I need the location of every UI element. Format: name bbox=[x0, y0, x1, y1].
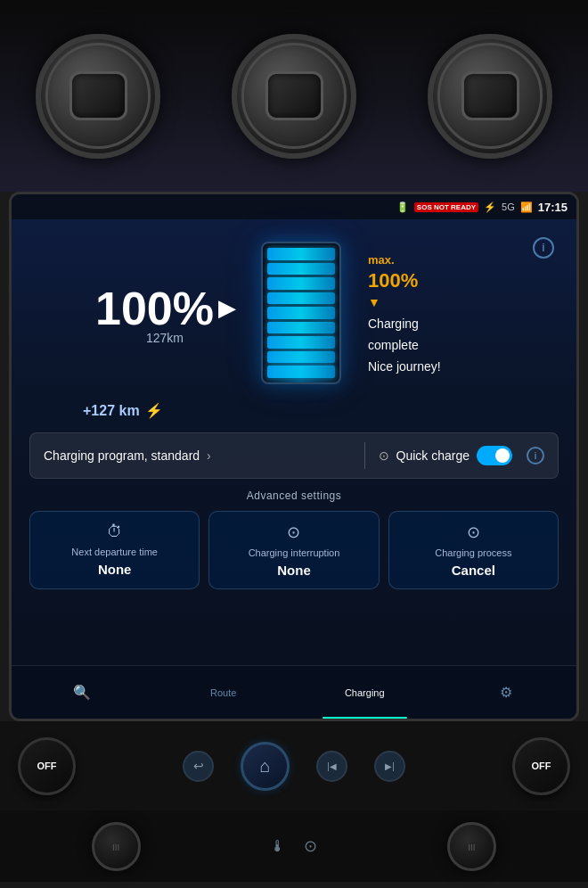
prev-track-button[interactable]: |◀ bbox=[316, 751, 347, 782]
left-knob-label: ||| bbox=[112, 843, 119, 851]
dashboard-vents bbox=[0, 0, 588, 192]
quick-charge-info-button[interactable]: i bbox=[527, 447, 544, 465]
range-added-bar: +127 km ⚡ bbox=[29, 389, 559, 432]
battery-seg-8 bbox=[267, 263, 335, 275]
search-icon: 🔍 bbox=[73, 684, 91, 701]
quick-charge-toggle[interactable] bbox=[477, 446, 512, 465]
advanced-title: Advanced settings bbox=[29, 489, 559, 502]
prev-icon: |◀ bbox=[327, 761, 337, 771]
sos-badge: SOS NOT READY bbox=[414, 202, 478, 212]
center-controls: ↩ ⌂ |◀ ▶| bbox=[183, 742, 405, 791]
advanced-settings: Advanced settings ⏱ Next departure time … bbox=[29, 489, 559, 589]
percent-value: 100% bbox=[95, 282, 214, 335]
nav-charging[interactable]: Charging bbox=[294, 666, 436, 719]
bottom-controls: ||| 🌡 ⊙ ||| bbox=[0, 810, 588, 882]
home-button[interactable]: ⌂ bbox=[241, 742, 290, 791]
left-vent bbox=[36, 34, 160, 159]
process-icon: ⊙ bbox=[398, 522, 549, 542]
range-value: +127 km bbox=[83, 403, 140, 419]
battery-icon: 🔋 bbox=[396, 201, 409, 213]
vent-inner-left bbox=[69, 71, 127, 120]
right-temp-control[interactable]: ⊙ bbox=[304, 836, 317, 856]
program-name: Charging program, standard bbox=[44, 448, 200, 463]
clock: 17:15 bbox=[538, 201, 568, 214]
percent-arrow: ▶ bbox=[218, 296, 234, 321]
status-bar: 🔋 SOS NOT READY ⚡ 5G 📶 17:15 bbox=[12, 194, 576, 219]
charge-percent-block: 100% ▶ 127km bbox=[95, 282, 234, 345]
charge-display: 100% ▶ 127km bbox=[29, 233, 559, 389]
battery-seg-9 bbox=[267, 248, 335, 260]
settings-icon: ⚙ bbox=[500, 684, 512, 701]
left-temp-control[interactable]: 🌡 bbox=[270, 837, 286, 856]
next-track-button[interactable]: ▶| bbox=[374, 751, 405, 782]
max-label: max. bbox=[368, 253, 493, 267]
battery-terminal bbox=[288, 242, 314, 243]
departure-time-card[interactable]: ⏱ Next departure time None bbox=[29, 511, 200, 589]
next-icon: ▶| bbox=[385, 761, 395, 771]
charging-process-card[interactable]: ⊙ Charging process Cancel bbox=[388, 511, 559, 589]
signal-icon: 5G bbox=[502, 201, 515, 212]
charge-status-line1: Charging bbox=[368, 317, 493, 331]
departure-value: None bbox=[39, 562, 190, 577]
home-icon: ⌂ bbox=[259, 756, 270, 777]
program-bar[interactable]: Charging program, standard › ⊙ Quick cha… bbox=[29, 432, 559, 479]
wifi-icon: 📶 bbox=[520, 201, 533, 213]
bottom-nav: 🔍 Route Charging ⚙ bbox=[12, 665, 576, 719]
charging-interruption-card[interactable]: ⊙ Charging interruption None bbox=[208, 511, 379, 589]
right-knob-label: ||| bbox=[469, 843, 476, 851]
left-off-button[interactable]: OFF bbox=[18, 737, 76, 795]
vent-inner-right bbox=[461, 71, 519, 120]
program-arrow: › bbox=[207, 448, 211, 463]
process-value: Cancel bbox=[398, 563, 549, 578]
right-temp-icon: ⊙ bbox=[304, 836, 317, 856]
back-icon: ↩ bbox=[193, 759, 204, 773]
settings-grid: ⏱ Next departure time None ⊙ Charging in… bbox=[29, 511, 559, 589]
controls-area: OFF ↩ ⌂ |◀ ▶| OFF bbox=[0, 721, 588, 810]
max-arrow: ▼ bbox=[368, 295, 493, 309]
nav-route[interactable]: Route bbox=[153, 666, 295, 719]
battery-visual bbox=[261, 242, 341, 384]
right-vent bbox=[428, 34, 552, 159]
right-temp-knob[interactable]: ||| bbox=[447, 822, 496, 871]
quick-charge-icon: ⊙ bbox=[379, 448, 389, 463]
toggle-knob bbox=[495, 448, 510, 463]
screen-content: 100% ▶ 127km bbox=[12, 219, 576, 665]
main-screen: 🔋 SOS NOT READY ⚡ 5G 📶 17:15 100% ▶ 127k… bbox=[9, 192, 579, 721]
back-button[interactable]: ↩ bbox=[183, 751, 214, 782]
battery-seg-7 bbox=[267, 277, 335, 290]
charge-status-line3: Nice journey! bbox=[368, 359, 493, 374]
battery-glow bbox=[263, 329, 339, 382]
right-off-button[interactable]: OFF bbox=[512, 737, 570, 795]
charging-label: Charging bbox=[345, 687, 385, 698]
left-temp-icon: 🌡 bbox=[270, 837, 286, 856]
charge-status-line2: complete bbox=[368, 338, 493, 352]
max-percent: 100% bbox=[368, 269, 493, 292]
charge-status-block: max. 100% ▼ Charging complete Nice journ… bbox=[368, 253, 493, 374]
lightning-icon: ⚡ bbox=[484, 201, 496, 213]
program-left[interactable]: Charging program, standard › bbox=[44, 448, 351, 463]
departure-label: Next departure time bbox=[39, 546, 190, 558]
plug-icon: ⚡ bbox=[145, 402, 163, 419]
program-divider bbox=[364, 442, 365, 469]
departure-icon: ⏱ bbox=[39, 522, 190, 541]
battery-seg-6 bbox=[267, 292, 335, 305]
vent-inner-center bbox=[265, 71, 323, 120]
interruption-label: Charging interruption bbox=[218, 547, 369, 559]
charge-info-button[interactable]: i bbox=[533, 237, 554, 259]
center-vent bbox=[232, 34, 356, 159]
left-temp-knob[interactable]: ||| bbox=[92, 822, 141, 871]
route-label: Route bbox=[210, 687, 236, 698]
quick-charge-section[interactable]: ⊙ Quick charge i bbox=[379, 446, 544, 465]
nav-search[interactable]: 🔍 bbox=[12, 666, 153, 719]
battery-seg-5 bbox=[267, 307, 335, 319]
climate-center: 🌡 ⊙ bbox=[270, 836, 317, 856]
percent-display: 100% ▶ bbox=[95, 282, 234, 335]
process-label: Charging process bbox=[398, 547, 549, 559]
interruption-value: None bbox=[218, 563, 369, 578]
interruption-icon: ⊙ bbox=[218, 522, 369, 542]
quick-charge-label: Quick charge bbox=[396, 448, 470, 463]
nav-settings[interactable]: ⚙ bbox=[436, 666, 577, 719]
